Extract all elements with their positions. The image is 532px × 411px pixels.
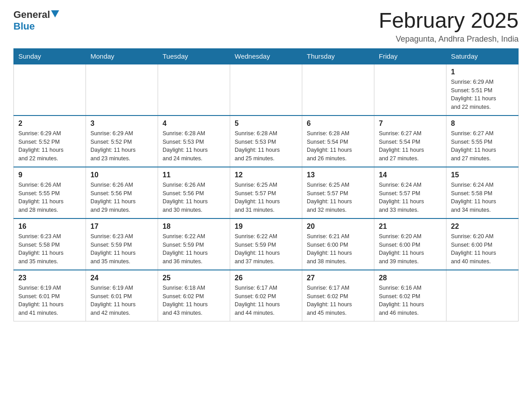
day-number: 17 [90,223,153,231]
logo-blue-text: Blue [13,21,35,32]
day-info: Sunrise: 6:29 AMSunset: 5:51 PMDaylight:… [451,78,514,111]
calendar-cell: 5Sunrise: 6:28 AMSunset: 5:53 PMDaylight… [230,116,302,167]
day-info: Sunrise: 6:27 AMSunset: 5:55 PMDaylight:… [451,129,514,163]
day-info: Sunrise: 6:26 AMSunset: 5:55 PMDaylight:… [18,181,81,214]
svg-marker-0 [51,10,59,17]
day-number: 20 [307,223,369,231]
day-info: Sunrise: 6:17 AMSunset: 6:02 PMDaylight:… [307,284,369,317]
day-info: Sunrise: 6:25 AMSunset: 5:57 PMDaylight:… [235,181,297,214]
day-info: Sunrise: 6:28 AMSunset: 5:53 PMDaylight:… [163,129,225,163]
calendar-cell: 6Sunrise: 6:28 AMSunset: 5:54 PMDaylight… [302,116,374,167]
weekday-header-row: SundayMondayTuesdayWednesdayThursdayFrid… [14,48,519,64]
day-number: 24 [90,274,153,282]
day-info: Sunrise: 6:20 AMSunset: 6:00 PMDaylight:… [379,232,442,266]
day-number: 13 [307,171,369,179]
day-number: 22 [451,223,514,231]
calendar-cell: 2Sunrise: 6:29 AMSunset: 5:52 PMDaylight… [14,116,86,167]
day-info: Sunrise: 6:24 AMSunset: 5:58 PMDaylight:… [451,181,514,214]
day-info: Sunrise: 6:27 AMSunset: 5:54 PMDaylight:… [379,129,442,163]
day-number: 5 [235,120,297,128]
calendar-cell: 23Sunrise: 6:19 AMSunset: 6:01 PMDayligh… [14,270,86,321]
calendar-cell [446,270,519,321]
day-number: 18 [163,223,225,231]
day-number: 3 [90,120,153,128]
weekday-header-friday: Friday [374,48,446,64]
calendar-cell: 8Sunrise: 6:27 AMSunset: 5:55 PMDaylight… [446,116,519,167]
day-info: Sunrise: 6:19 AMSunset: 6:01 PMDaylight:… [18,284,81,317]
day-info: Sunrise: 6:25 AMSunset: 5:57 PMDaylight:… [307,181,369,214]
day-info: Sunrise: 6:28 AMSunset: 5:53 PMDaylight:… [235,129,297,163]
day-info: Sunrise: 6:24 AMSunset: 5:57 PMDaylight:… [379,181,442,214]
day-info: Sunrise: 6:18 AMSunset: 6:02 PMDaylight:… [163,284,225,317]
calendar-cell: 9Sunrise: 6:26 AMSunset: 5:55 PMDaylight… [14,167,86,218]
calendar-cell [302,64,374,116]
logo: General Blue [13,9,59,32]
day-number: 2 [18,120,81,128]
day-number: 1 [451,68,514,76]
calendar-cell: 22Sunrise: 6:20 AMSunset: 6:00 PMDayligh… [446,218,519,270]
calendar-cell [14,64,86,116]
day-number: 14 [379,171,442,179]
day-info: Sunrise: 6:22 AMSunset: 5:59 PMDaylight:… [235,232,297,266]
logo-general-text: General [13,9,50,21]
day-number: 19 [235,223,297,231]
day-info: Sunrise: 6:26 AMSunset: 5:56 PMDaylight:… [90,181,153,214]
day-info: Sunrise: 6:29 AMSunset: 5:52 PMDaylight:… [18,129,81,163]
calendar-cell: 1Sunrise: 6:29 AMSunset: 5:51 PMDaylight… [446,64,519,116]
calendar-cell: 14Sunrise: 6:24 AMSunset: 5:57 PMDayligh… [374,167,446,218]
title-area: February 2025 Vepagunta, Andhra Pradesh,… [379,9,519,44]
calendar-cell: 11Sunrise: 6:26 AMSunset: 5:56 PMDayligh… [158,167,230,218]
day-number: 7 [379,120,442,128]
calendar-cell: 18Sunrise: 6:22 AMSunset: 5:59 PMDayligh… [158,218,230,270]
day-number: 10 [90,171,153,179]
day-number: 23 [18,274,81,282]
day-number: 28 [379,274,442,282]
calendar-cell: 25Sunrise: 6:18 AMSunset: 6:02 PMDayligh… [158,270,230,321]
day-info: Sunrise: 6:23 AMSunset: 5:58 PMDaylight:… [18,232,81,266]
day-info: Sunrise: 6:22 AMSunset: 5:59 PMDaylight:… [163,232,225,266]
day-number: 9 [18,171,81,179]
day-number: 27 [307,274,369,282]
day-number: 4 [163,120,225,128]
calendar-cell: 15Sunrise: 6:24 AMSunset: 5:58 PMDayligh… [446,167,519,218]
location-subtitle: Vepagunta, Andhra Pradesh, India [379,34,519,44]
calendar-cell: 7Sunrise: 6:27 AMSunset: 5:54 PMDaylight… [374,116,446,167]
weekday-header-monday: Monday [86,48,158,64]
calendar-cell [86,64,158,116]
calendar-cell: 12Sunrise: 6:25 AMSunset: 5:57 PMDayligh… [230,167,302,218]
day-info: Sunrise: 6:19 AMSunset: 6:01 PMDaylight:… [90,284,153,317]
calendar-week-row: 23Sunrise: 6:19 AMSunset: 6:01 PMDayligh… [14,270,519,321]
weekday-header-saturday: Saturday [446,48,519,64]
calendar-table: SundayMondayTuesdayWednesdayThursdayFrid… [13,48,519,321]
calendar-cell: 10Sunrise: 6:26 AMSunset: 5:56 PMDayligh… [86,167,158,218]
calendar-week-row: 16Sunrise: 6:23 AMSunset: 5:58 PMDayligh… [14,218,519,270]
day-info: Sunrise: 6:16 AMSunset: 6:02 PMDaylight:… [379,284,442,317]
day-info: Sunrise: 6:23 AMSunset: 5:59 PMDaylight:… [90,232,153,266]
calendar-cell: 16Sunrise: 6:23 AMSunset: 5:58 PMDayligh… [14,218,86,270]
day-number: 26 [235,274,297,282]
calendar-cell: 28Sunrise: 6:16 AMSunset: 6:02 PMDayligh… [374,270,446,321]
day-number: 12 [235,171,297,179]
calendar-cell: 21Sunrise: 6:20 AMSunset: 6:00 PMDayligh… [374,218,446,270]
calendar-week-row: 9Sunrise: 6:26 AMSunset: 5:55 PMDaylight… [14,167,519,218]
logo-triangle-icon [51,10,59,19]
day-info: Sunrise: 6:26 AMSunset: 5:56 PMDaylight:… [163,181,225,214]
calendar-cell: 20Sunrise: 6:21 AMSunset: 6:00 PMDayligh… [302,218,374,270]
day-number: 11 [163,171,225,179]
calendar-cell [230,64,302,116]
calendar-cell: 13Sunrise: 6:25 AMSunset: 5:57 PMDayligh… [302,167,374,218]
day-number: 8 [451,120,514,128]
page-header: General Blue February 2025 Vepagunta, An… [13,9,519,44]
calendar-week-row: 2Sunrise: 6:29 AMSunset: 5:52 PMDaylight… [14,116,519,167]
calendar-cell: 24Sunrise: 6:19 AMSunset: 6:01 PMDayligh… [86,270,158,321]
day-info: Sunrise: 6:28 AMSunset: 5:54 PMDaylight:… [307,129,369,163]
day-number: 15 [451,171,514,179]
day-info: Sunrise: 6:20 AMSunset: 6:00 PMDaylight:… [451,232,514,266]
day-info: Sunrise: 6:17 AMSunset: 6:02 PMDaylight:… [235,284,297,317]
calendar-cell: 19Sunrise: 6:22 AMSunset: 5:59 PMDayligh… [230,218,302,270]
day-number: 16 [18,223,81,231]
day-number: 6 [307,120,369,128]
weekday-header-thursday: Thursday [302,48,374,64]
weekday-header-wednesday: Wednesday [230,48,302,64]
day-number: 25 [163,274,225,282]
